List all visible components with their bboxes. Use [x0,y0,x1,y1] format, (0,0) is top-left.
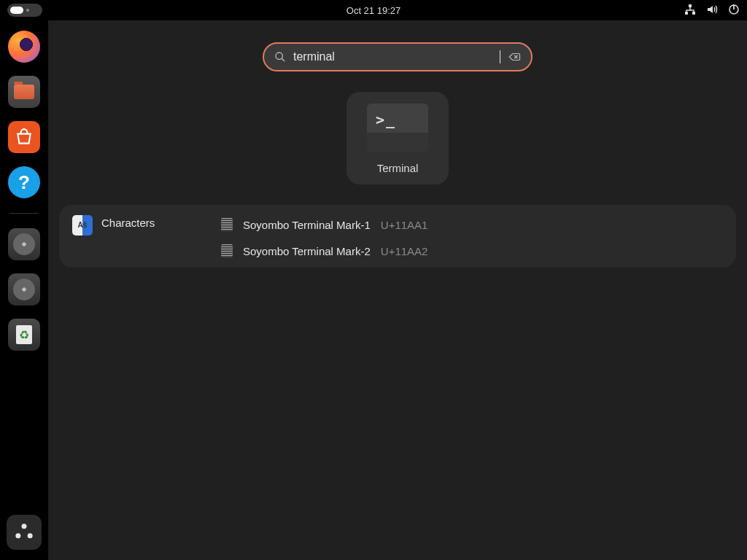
show-apps-button[interactable] [7,515,42,550]
svg-line-9 [282,58,285,61]
power-icon[interactable] [728,4,740,18]
glyph-icon [221,218,233,231]
clock[interactable]: Oct 21 19:27 [347,5,400,16]
activities-pill[interactable] [7,4,42,17]
character-name: Soyombo Terminal Mark-2 [243,245,371,257]
app-result-label: Terminal [377,162,419,174]
clear-search-icon[interactable] [508,50,521,63]
terminal-icon: >_ [367,104,428,152]
svg-point-6 [15,533,20,538]
characters-app-icon: Aš [72,215,93,236]
characters-panel-title: Characters [101,217,155,229]
svg-rect-0 [689,4,692,7]
activities-overview: >_ Terminal Aš Characters Soyombo Termin… [48,20,747,560]
svg-point-5 [22,524,27,529]
network-icon[interactable] [684,4,696,18]
volume-icon[interactable] [706,4,718,18]
dock: ? ♻ [0,20,48,560]
svg-rect-1 [685,12,688,15]
dock-app-firefox[interactable] [8,31,40,63]
text-cursor [500,50,500,63]
svg-rect-2 [692,12,695,15]
glyph-icon [221,244,233,257]
search-bar[interactable] [263,42,533,71]
character-result-row[interactable]: Soyombo Terminal Mark-2 U+11AA2 [221,244,723,257]
character-result-row[interactable]: Soyombo Terminal Mark-1 U+11AA1 [221,218,723,231]
dock-app-software[interactable] [8,121,40,153]
dock-mounted-disk[interactable] [8,273,40,306]
dock-separator [9,213,39,214]
svg-point-7 [28,533,33,538]
characters-result-panel: Aš Characters Soyombo Terminal Mark-1 U+… [59,205,736,268]
character-code: U+11AA1 [381,219,428,231]
dock-app-files[interactable] [8,76,40,108]
svg-point-8 [276,52,282,59]
app-result-terminal[interactable]: >_ Terminal [347,92,449,184]
character-code: U+11AA2 [381,245,428,257]
top-bar: Oct 21 19:27 [0,0,747,20]
dock-app-help[interactable]: ? [8,166,40,198]
character-name: Soyombo Terminal Mark-1 [243,219,371,231]
dock-trash[interactable]: ♻ [8,319,40,351]
dock-mounted-disk[interactable] [8,228,40,260]
search-input[interactable] [293,50,498,63]
search-icon [274,51,286,63]
